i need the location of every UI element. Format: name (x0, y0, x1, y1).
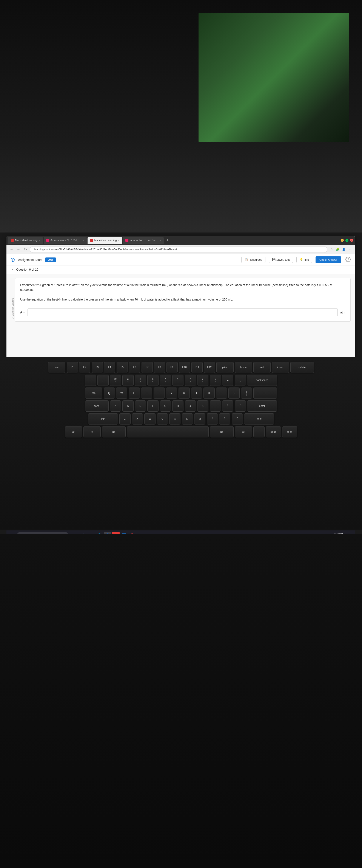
key-enter[interactable]: enter (247, 400, 277, 412)
key-f[interactable]: F (147, 400, 159, 412)
key-5[interactable]: %5 (147, 375, 159, 386)
profile-icon[interactable]: 👤 (341, 247, 346, 252)
url-bar[interactable] (30, 246, 327, 253)
maximize-button[interactable]: □ (345, 239, 349, 242)
close-button[interactable]: × (350, 239, 353, 242)
save-exit-button[interactable]: 💾 Save / Exit (269, 257, 293, 263)
key-u[interactable]: U (178, 388, 190, 399)
key-lctrl[interactable]: ctrl (65, 426, 82, 437)
answer-input[interactable] (28, 309, 337, 316)
key-r[interactable]: R (141, 388, 152, 399)
key-8[interactable]: *8 (185, 375, 196, 386)
key-tab[interactable]: tab (85, 388, 102, 399)
info-icon[interactable]: i (11, 258, 14, 262)
settings-icon[interactable]: ⋯ (347, 247, 352, 252)
key-rbracket[interactable]: }] (241, 388, 252, 399)
key-3[interactable]: #3 (122, 375, 134, 386)
key-c[interactable]: C (144, 413, 156, 425)
tab-intro[interactable]: Introduction to Lab Sim... × (123, 237, 164, 244)
key-backslash[interactable]: |\ (253, 388, 277, 399)
key-space[interactable] (127, 426, 209, 437)
key-h[interactable]: H (172, 400, 184, 412)
key-f3[interactable]: F3 (92, 362, 103, 373)
refresh-button[interactable]: ↻ (23, 247, 28, 252)
key-lshift[interactable]: shift (88, 413, 118, 425)
key-j[interactable]: J (185, 400, 196, 412)
key-prtsc[interactable]: prt sc (217, 362, 234, 373)
key-insert[interactable]: insert (272, 362, 289, 373)
hint-button[interactable]: 💡 Hint (296, 257, 312, 263)
tab-close-2[interactable]: × (83, 239, 84, 242)
resources-button[interactable]: 📋 Resources (241, 257, 265, 263)
key-l[interactable]: L (210, 400, 221, 412)
key-q[interactable]: Q (104, 388, 115, 399)
tab-close-3[interactable]: × (118, 239, 120, 242)
key-rshift[interactable]: shift (244, 413, 274, 425)
key-t[interactable]: T (154, 388, 165, 399)
key-y[interactable]: Y (166, 388, 177, 399)
next-question-button[interactable]: › (40, 267, 44, 272)
key-e[interactable]: E (129, 388, 140, 399)
key-k[interactable]: K (197, 400, 208, 412)
key-equals[interactable]: += (235, 375, 246, 386)
key-f6[interactable]: F6 (129, 362, 140, 373)
key-g[interactable]: G (160, 400, 171, 412)
key-7[interactable]: &7 (172, 375, 184, 386)
key-comma[interactable]: <, (207, 413, 218, 425)
tab-close-1[interactable]: × (39, 239, 40, 242)
key-ralt[interactable]: alt (210, 426, 234, 437)
key-b[interactable]: B (169, 413, 180, 425)
key-9[interactable]: (9 (197, 375, 208, 386)
key-quote[interactable]: "' (235, 400, 246, 412)
key-minus[interactable]: _- (222, 375, 233, 386)
key-backtick[interactable]: ~` (85, 375, 96, 386)
key-f5[interactable]: F5 (117, 362, 128, 373)
key-6[interactable]: ^6 (160, 375, 171, 386)
key-p[interactable]: P (216, 388, 227, 399)
tab-macmillan-1[interactable]: Macmillan Learning × (8, 237, 43, 244)
key-a[interactable]: A (110, 400, 121, 412)
key-f2[interactable]: F2 (79, 362, 90, 373)
key-rctrl[interactable]: ctrl (235, 426, 252, 437)
key-2[interactable]: @2 (110, 375, 121, 386)
key-home[interactable]: home (235, 362, 252, 373)
key-pgup[interactable]: pg up (266, 426, 281, 437)
forward-button[interactable]: → (16, 247, 21, 252)
key-f12[interactable]: F12 (204, 362, 215, 373)
bookmark-icon[interactable]: ☆ (329, 247, 334, 252)
key-period[interactable]: >. (219, 413, 230, 425)
key-f8[interactable]: F8 (154, 362, 165, 373)
new-tab-button[interactable]: + (165, 237, 171, 243)
key-backspace[interactable]: backspace (247, 375, 277, 386)
key-f9[interactable]: F9 (166, 362, 178, 373)
key-f7[interactable]: F7 (141, 362, 153, 373)
key-v[interactable]: V (157, 413, 168, 425)
help-icon[interactable]: ? (345, 257, 351, 262)
key-i[interactable]: I (191, 388, 202, 399)
key-caps[interactable]: caps (85, 400, 109, 412)
key-f10[interactable]: F10 (179, 362, 190, 373)
key-s[interactable]: S (122, 400, 134, 412)
key-esc[interactable]: esc (48, 362, 65, 373)
key-f4[interactable]: F4 (104, 362, 115, 373)
key-delete[interactable]: delete (290, 362, 314, 373)
key-o[interactable]: O (203, 388, 215, 399)
key-left[interactable]: ← (253, 426, 265, 437)
key-w[interactable]: W (116, 388, 127, 399)
key-4[interactable]: $4 (135, 375, 146, 386)
tab-macmillan-2[interactable]: Macmillan Learning × (88, 237, 122, 244)
tab-assessment[interactable]: Assessment - CH 1051 S... × (44, 237, 87, 244)
key-pgdn[interactable]: pg dn (282, 426, 297, 437)
check-answer-button[interactable]: Check Answer (316, 256, 341, 263)
tab-close-4[interactable]: × (160, 239, 161, 242)
key-lalt[interactable]: alt (102, 426, 126, 437)
key-semicolon[interactable]: :; (222, 400, 233, 412)
extension-icon[interactable]: 🧩 (335, 247, 340, 252)
minimize-button[interactable]: − (341, 239, 344, 242)
back-button[interactable]: ← (9, 247, 14, 252)
key-x[interactable]: X (132, 413, 143, 425)
key-n[interactable]: N (182, 413, 193, 425)
key-slash[interactable]: ?/ (232, 413, 243, 425)
key-0[interactable]: )0 (210, 375, 221, 386)
key-d[interactable]: D (135, 400, 146, 412)
